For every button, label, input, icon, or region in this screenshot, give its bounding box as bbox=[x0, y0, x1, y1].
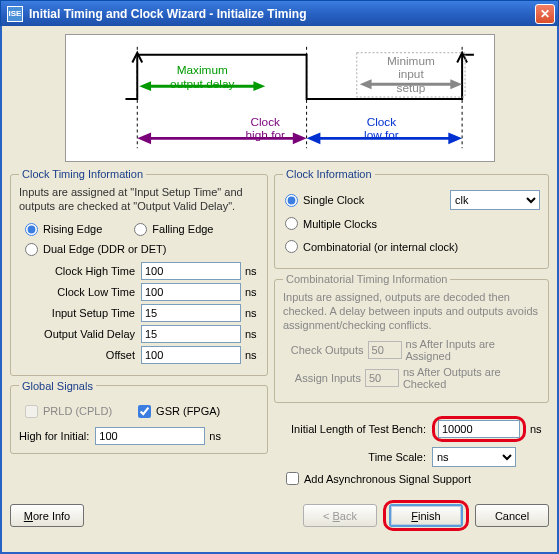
async-support-checkbox[interactable]: Add Asynchronous Signal Support bbox=[284, 472, 545, 485]
clock-low-label: Clock Low Time bbox=[39, 286, 135, 298]
offset-label: Offset bbox=[39, 349, 135, 361]
input-setup-label: Input Setup Time bbox=[39, 307, 135, 319]
clock-high-input[interactable] bbox=[141, 262, 241, 280]
svg-text:output delay: output delay bbox=[170, 77, 234, 91]
single-clock-select[interactable]: clk bbox=[450, 190, 540, 210]
svg-text:Clock: Clock bbox=[366, 115, 396, 129]
offset-input[interactable] bbox=[141, 346, 241, 364]
rising-edge-radio[interactable]: Rising Edge bbox=[23, 223, 102, 236]
svg-marker-22 bbox=[448, 132, 462, 144]
svg-marker-16 bbox=[137, 132, 151, 144]
multiple-clocks-radio[interactable]: Multiple Clocks bbox=[283, 217, 377, 230]
comb-timing-fieldset: Combinatorial Timing Information Inputs … bbox=[274, 273, 549, 403]
svg-marker-10 bbox=[450, 79, 462, 89]
clock-low-input[interactable] bbox=[141, 283, 241, 301]
clock-timing-legend: Clock Timing Information bbox=[19, 168, 146, 180]
clock-high-label: Clock High Time bbox=[39, 265, 135, 277]
dual-edge-radio[interactable]: Dual Edge (DDR or DET) bbox=[23, 243, 259, 256]
svg-text:input: input bbox=[398, 67, 424, 81]
svg-text:Minimum: Minimum bbox=[386, 54, 434, 68]
svg-text:low for: low for bbox=[364, 128, 399, 142]
timing-diagram: Maximum output delay Minimum input setup… bbox=[65, 34, 495, 162]
clock-info-legend: Clock Information bbox=[283, 168, 375, 180]
cancel-button[interactable]: Cancel bbox=[475, 504, 549, 527]
svg-marker-17 bbox=[292, 132, 306, 144]
app-icon: ISE bbox=[7, 6, 23, 22]
svg-text:Clock: Clock bbox=[250, 115, 280, 129]
test-bench-length-input[interactable] bbox=[438, 420, 520, 438]
single-clock-radio[interactable]: Single Clock bbox=[283, 194, 364, 207]
window-body: Maximum output delay Minimum input setup… bbox=[0, 26, 559, 554]
gsr-checkbox[interactable]: GSR (FPGA) bbox=[136, 405, 220, 418]
global-signals-fieldset: Global Signals PRLD (CPLD) GSR (FPGA) Hi… bbox=[10, 380, 268, 454]
assign-inputs-suffix: ns After Outputs are Checked bbox=[403, 366, 540, 390]
svg-text:Maximum: Maximum bbox=[176, 63, 227, 77]
assign-inputs-label: Assign Inputs bbox=[283, 372, 361, 384]
svg-marker-21 bbox=[306, 132, 320, 144]
finish-button[interactable]: Finish bbox=[389, 504, 463, 527]
output-valid-label: Output Valid Delay bbox=[39, 328, 135, 340]
check-outputs-suffix: ns After Inputs are Assigned bbox=[406, 338, 540, 362]
high-for-initial-input[interactable] bbox=[95, 427, 205, 445]
check-outputs-label: Check Outputs bbox=[283, 344, 364, 356]
svg-marker-4 bbox=[139, 81, 151, 91]
input-setup-input[interactable] bbox=[141, 304, 241, 322]
clock-timing-fieldset: Clock Timing Information Inputs are assi… bbox=[10, 168, 268, 376]
assign-inputs-input bbox=[365, 369, 399, 387]
global-signals-legend: Global Signals bbox=[19, 380, 96, 392]
window-title: Initial Timing and Clock Wizard - Initia… bbox=[29, 7, 535, 21]
test-bench-length-highlight bbox=[432, 416, 526, 442]
titlebar: ISE Initial Timing and Clock Wizard - In… bbox=[0, 0, 559, 26]
svg-text:setup: setup bbox=[396, 81, 425, 95]
back-button: < Back bbox=[303, 504, 377, 527]
svg-marker-9 bbox=[359, 79, 371, 89]
more-info-button[interactable]: More Info bbox=[10, 504, 84, 527]
output-valid-input[interactable] bbox=[141, 325, 241, 343]
prld-checkbox[interactable]: PRLD (CPLD) bbox=[23, 405, 112, 418]
close-button[interactable]: ✕ bbox=[535, 4, 555, 24]
svg-marker-5 bbox=[253, 81, 265, 91]
check-outputs-input bbox=[368, 341, 402, 359]
test-bench-section: Initial Length of Test Bench: ns Time Sc… bbox=[274, 407, 549, 492]
combinatorial-radio[interactable]: Combinatorial (or internal clock) bbox=[283, 240, 458, 253]
comb-timing-desc: Inputs are assigned, outputs are decoded… bbox=[283, 291, 540, 332]
clock-info-fieldset: Clock Information Single Clock clk Multi… bbox=[274, 168, 549, 269]
time-scale-label: Time Scale: bbox=[278, 451, 426, 463]
falling-edge-radio[interactable]: Falling Edge bbox=[132, 223, 213, 236]
time-scale-select[interactable]: ns bbox=[432, 447, 516, 467]
svg-text:high for: high for bbox=[245, 128, 284, 142]
finish-highlight: Finish bbox=[383, 500, 469, 531]
high-for-initial-label: High for Initial: bbox=[19, 430, 89, 442]
comb-timing-legend: Combinatorial Timing Information bbox=[283, 273, 450, 285]
test-bench-length-label: Initial Length of Test Bench: bbox=[278, 423, 426, 435]
clock-timing-desc: Inputs are assigned at "Input Setup Time… bbox=[19, 186, 259, 214]
button-bar: More Info < Back Finish Cancel bbox=[10, 500, 549, 531]
